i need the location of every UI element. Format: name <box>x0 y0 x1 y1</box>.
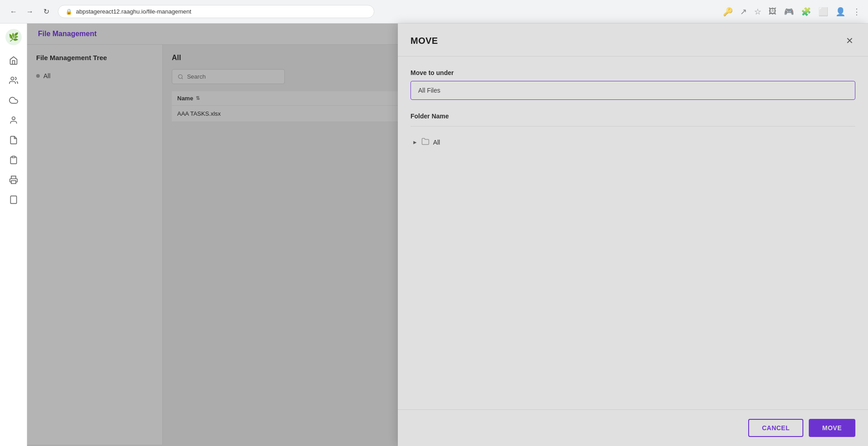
app-layout: 🌿 <box>0 23 868 446</box>
name-column-header: Name <box>177 95 193 102</box>
move-panel-footer: CANCEL MOVE <box>398 409 868 446</box>
menu-icon[interactable]: ⋮ <box>853 7 861 17</box>
search-input[interactable] <box>187 73 279 80</box>
file-name: AAA TASKS.xlsx <box>177 110 221 117</box>
back-button[interactable]: ← <box>7 5 20 18</box>
app-logo: 🌿 <box>5 29 22 45</box>
page-title: File Management <box>38 30 97 38</box>
folder-icon <box>421 137 429 147</box>
extension3-icon[interactable]: 🧩 <box>801 7 811 17</box>
svg-line-9 <box>182 78 183 79</box>
extension1-icon[interactable]: 🖼 <box>769 7 777 16</box>
address-bar[interactable]: 🔒 abpstagereact12.raaghu.io/file-managem… <box>58 5 374 18</box>
svg-text:🌿: 🌿 <box>9 32 19 42</box>
move-panel-body: Move to under All Files Folder Name ► Al… <box>398 56 868 409</box>
svg-point-8 <box>179 75 182 78</box>
move-panel-header: MOVE ✕ <box>398 23 868 56</box>
reload-button[interactable]: ↻ <box>40 5 52 18</box>
key-icon[interactable]: 🔑 <box>723 7 733 17</box>
profile-icon[interactable]: 👤 <box>835 7 845 17</box>
search-icon <box>178 74 184 80</box>
sidebar-item-tablet[interactable] <box>5 192 22 208</box>
extension2-icon[interactable]: 🎮 <box>784 7 794 17</box>
move-to-under-value: All Files <box>410 81 855 100</box>
move-panel: MOVE ✕ Move to under All Files Folder Na… <box>398 23 868 446</box>
nav-buttons: ← → ↻ <box>7 5 52 18</box>
sidebar-item-file[interactable] <box>5 132 22 148</box>
sidebar-item-clipboard[interactable] <box>5 152 22 168</box>
svg-rect-6 <box>10 196 16 204</box>
svg-rect-4 <box>12 156 15 158</box>
share-icon[interactable]: ↗ <box>740 7 747 17</box>
sidebar: 🌿 <box>0 23 27 446</box>
fm-tree-panel: File Management Tree All <box>27 45 163 445</box>
url-text: abpstagereact12.raaghu.io/file-managemen… <box>76 8 191 15</box>
cancel-button[interactable]: CANCEL <box>748 419 803 437</box>
sidebar-item-profile[interactable] <box>5 112 22 128</box>
move-panel-title: MOVE <box>410 36 438 46</box>
svg-point-2 <box>11 77 14 80</box>
tree-item-all[interactable]: All <box>36 70 153 81</box>
main-content: File Management File Management Tree All… <box>27 23 868 446</box>
sort-icon[interactable]: ⇅ <box>196 95 200 101</box>
sidebar-item-cloud[interactable] <box>5 92 22 108</box>
sidebar-item-users[interactable] <box>5 72 22 89</box>
fm-tree-title: File Management Tree <box>36 54 153 61</box>
move-button[interactable]: MOVE <box>809 419 855 437</box>
lock-icon: 🔒 <box>66 9 72 15</box>
browser-chrome: ← → ↻ 🔒 abpstagereact12.raaghu.io/file-m… <box>0 0 868 23</box>
move-to-under-label: Move to under <box>410 69 855 76</box>
folder-separator <box>410 126 855 127</box>
close-button[interactable]: ✕ <box>844 33 855 48</box>
forward-button[interactable]: → <box>24 5 36 18</box>
folder-label: All <box>433 139 440 146</box>
tree-item-label: All <box>43 72 51 80</box>
sidebar-item-home[interactable] <box>5 52 22 69</box>
svg-rect-5 <box>11 181 16 184</box>
chevron-right-icon: ► <box>412 139 418 146</box>
window-icon[interactable]: ⬜ <box>818 7 828 17</box>
sidebar-item-print[interactable] <box>5 172 22 188</box>
search-bar-container <box>172 69 285 84</box>
tree-dot <box>36 74 40 78</box>
browser-actions: 🔑 ↗ ☆ 🖼 🎮 🧩 ⬜ 👤 ⋮ <box>723 7 861 17</box>
svg-point-3 <box>12 117 15 120</box>
folder-name-label: Folder Name <box>410 113 855 120</box>
star-icon[interactable]: ☆ <box>754 7 761 17</box>
folder-tree-item-all[interactable]: ► All <box>410 134 855 151</box>
